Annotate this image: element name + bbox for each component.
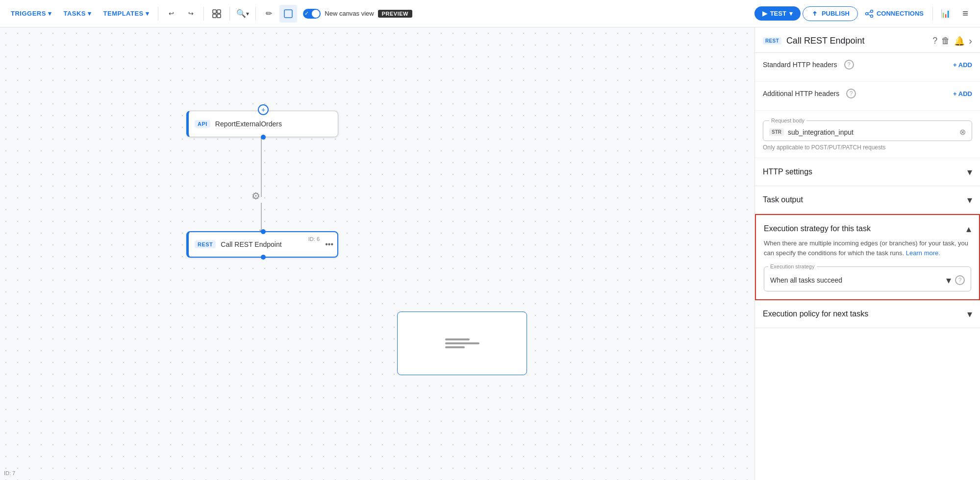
task-output-header[interactable]: Task output ▾ [755,186,980,214]
test-button[interactable]: ▶ TEST ▾ [754,6,801,21]
triggers-label: TRIGGERS [11,10,46,17]
exec-strategy-desc: When there are multiple incoming edges (… [764,239,971,258]
menu-button[interactable]: ≡ [956,5,974,23]
mini-line-3 [445,346,465,348]
gear-icon-on-line[interactable]: ⚙ [249,189,263,203]
exec-strategy-legend: Execution strategy [768,264,817,269]
rest-node[interactable]: REST Call REST Endpoint ID: 6 ••• [186,231,338,258]
request-body-value: sub_integration_input [788,128,959,136]
tasks-menu[interactable]: TASKS ▾ [58,7,96,20]
layout-icon [212,9,222,19]
svg-point-8 [870,15,873,17]
templates-label: TEMPLATES [103,10,144,17]
exec-strategy-select-row: When all tasks succeed ▾ ? [764,269,971,291]
chart-icon: 📊 [941,9,951,18]
publish-icon [811,10,819,18]
http-settings-header[interactable]: HTTP settings ▾ [755,158,980,186]
svg-rect-2 [213,14,216,18]
standard-http-headers-section: Standard HTTP headers ? + ADD [755,53,980,82]
notification-icon[interactable]: 🔔 [954,36,965,47]
redo-button[interactable]: ↪ [182,5,200,23]
api-node-add-top[interactable]: + [258,104,269,115]
exec-policy-next-section: Execution policy for next tasks ▾ [755,300,980,328]
canvas-view-toggle[interactable]: ✓ [303,9,321,19]
plus-icon: + [261,106,265,114]
http-settings-title: HTTP settings [763,168,812,176]
additional-http-add-button[interactable]: + ADD [953,90,972,97]
divider-3 [229,7,230,21]
exec-strategy-this-title: Execution strategy for this task [764,224,871,233]
standard-http-add-button[interactable]: + ADD [953,61,972,69]
request-body-fieldset: Request body STR sub_integration_input ⊗ [763,118,972,141]
play-icon: ▶ [762,10,767,17]
exec-strategy-fieldset: Execution strategy When all tasks succee… [764,264,971,291]
panel-title: Call REST Endpoint [786,36,928,46]
help-icon[interactable]: ? [932,36,937,46]
exec-strategy-this-section: Execution strategy for this task ▴ When … [755,214,980,300]
task-output-section: Task output ▾ [755,186,980,214]
zoom-icon: 🔍 [236,9,246,18]
exec-strategy-value: When all tasks succeed [770,276,946,284]
api-badge: API [195,120,210,128]
tasks-label: TASKS [63,10,86,17]
divider-4 [255,7,256,21]
right-panel: REST Call REST Endpoint ? 🗑 🔔 › Standard… [754,27,980,480]
templates-chevron: ▾ [146,10,150,17]
connections-button[interactable]: CONNECTIONS [860,6,929,21]
svg-rect-3 [217,14,221,18]
standard-http-headers-label: Standard HTTP headers ? [763,60,854,70]
chart-button[interactable]: 📊 [937,5,955,23]
request-body-helper: Only applicable to POST/PUT/PATCH reques… [763,144,972,151]
exec-policy-next-title: Execution policy for next tasks [763,310,868,318]
svg-point-6 [865,12,868,15]
more-options-button[interactable]: ••• [325,240,333,249]
exec-strategy-dropdown[interactable]: ▾ [946,274,951,286]
delete-icon[interactable]: 🗑 [941,36,950,46]
divider-5 [932,7,933,21]
additional-http-headers-row: Additional HTTP headers ? + ADD [763,89,972,98]
menu-icon: ≡ [962,8,968,19]
rest-badge: REST [195,240,216,248]
test-label: TEST [770,10,786,17]
panel-rest-badge: REST [763,37,781,45]
api-node-label: ReportExternalOrders [215,120,282,128]
svg-rect-1 [217,10,221,13]
exec-strategy-help[interactable]: ? [955,275,965,285]
api-node[interactable]: + API ReportExternalOrders [186,111,338,137]
exec-strategy-this-chevron: ▴ [966,223,971,235]
publish-label: PUBLISH [822,10,850,17]
additional-http-help[interactable]: ? [846,89,856,98]
triggers-menu[interactable]: TRIGGERS ▾ [6,7,56,20]
undo-button[interactable]: ↩ [162,5,180,23]
canvas[interactable]: + API ReportExternalOrders ⚙ REST Call R… [0,27,754,480]
layout-button[interactable] [208,5,226,23]
task-output-chevron: ▾ [967,194,972,206]
additional-http-headers-section: Additional HTTP headers ? + ADD [755,82,980,111]
connections-label: CONNECTIONS [877,10,924,17]
svg-line-10 [868,14,870,16]
toolbar: TRIGGERS ▾ TASKS ▾ TEMPLATES ▾ ↩ ↪ 🔍 ▾ ✏ [0,0,980,27]
request-body-clear[interactable]: ⊗ [959,127,966,137]
templates-menu[interactable]: TEMPLATES ▾ [99,7,154,20]
request-body-legend: Request body [769,118,806,123]
exec-strategy-this-header[interactable]: Execution strategy for this task ▴ [756,215,979,239]
str-badge: STR [769,128,784,136]
pen-button[interactable]: ✏ [260,5,277,23]
mini-canvas-node[interactable] [397,312,527,375]
rest-node-connector-top [261,229,266,234]
publish-button[interactable]: PUBLISH [803,6,858,21]
pen-icon: ✏ [266,9,272,18]
standard-http-help[interactable]: ? [844,60,854,70]
task-output-title: Task output [763,195,803,204]
http-settings-chevron: ▾ [967,166,972,178]
zoom-button[interactable]: 🔍 ▾ [234,5,251,23]
learn-more-link[interactable]: Learn more. [906,249,940,257]
triggers-chevron: ▾ [48,10,52,17]
canvas-mode-button[interactable] [279,5,297,23]
preview-badge: PREVIEW [378,10,412,18]
toolbar-right: ▶ TEST ▾ PUBLISH CONNECTIONS 📊 [754,5,974,23]
request-body-section: Request body STR sub_integration_input ⊗… [755,111,980,158]
exec-policy-next-header[interactable]: Execution policy for next tasks ▾ [755,300,980,328]
canvas-icon [283,9,293,19]
collapse-icon[interactable]: › [969,35,972,47]
